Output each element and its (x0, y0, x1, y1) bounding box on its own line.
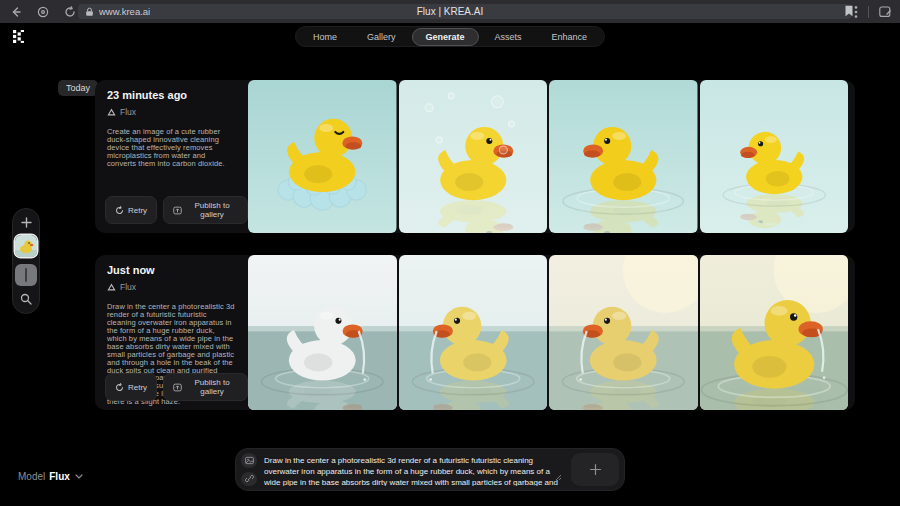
tab-home[interactable]: Home (299, 28, 351, 46)
publish-button[interactable]: Publish to gallery (163, 373, 248, 401)
add-icon[interactable] (21, 217, 32, 228)
publish-icon (173, 383, 182, 392)
prompt-input[interactable]: Draw in the center a photorealistic 3d r… (264, 453, 564, 486)
resize-handle-icon[interactable] (555, 467, 562, 485)
generation-thumbnail[interactable] (15, 264, 37, 286)
retry-button[interactable]: Retry (105, 373, 157, 401)
back-icon[interactable] (10, 6, 22, 18)
tab-gallery[interactable]: Gallery (353, 28, 410, 46)
publish-label: Publish to gallery (186, 201, 238, 219)
left-toolbar (12, 208, 40, 314)
model-selector[interactable]: Model Flux (18, 471, 83, 482)
browser-window: www.krea.ai Flux | KREA.AI Home Gallery … (0, 0, 900, 506)
search-icon[interactable] (20, 293, 32, 305)
browser-chrome: www.krea.ai Flux | KREA.AI (0, 0, 900, 23)
generation-card: Just now Flux Draw in the center a photo… (95, 255, 855, 410)
generated-image[interactable] (549, 80, 698, 233)
prompt-attachments (241, 453, 257, 486)
retry-label: Retry (128, 206, 147, 215)
generation-info: 23 minutes ago Flux Create an image of a… (95, 80, 248, 233)
browser-nav-buttons (10, 0, 76, 23)
reload-icon[interactable] (64, 6, 76, 18)
date-group-label: Today (58, 80, 98, 96)
generated-image[interactable] (399, 255, 548, 410)
profile-icon[interactable] (37, 6, 49, 18)
generated-image[interactable] (248, 80, 397, 233)
generation-info: Just now Flux Draw in the center a photo… (95, 255, 248, 410)
generated-image[interactable] (399, 80, 548, 233)
bookmark-icon[interactable] (844, 5, 854, 17)
image-grid (248, 80, 848, 233)
browser-actions (854, 0, 892, 23)
url-text: www.krea.ai (99, 4, 150, 19)
tab-assets[interactable]: Assets (481, 28, 536, 46)
thumbnail-divider (25, 268, 27, 282)
generation-actions: Retry Publish to gallery (105, 196, 248, 224)
link-icon[interactable] (241, 472, 257, 487)
model-badge: Flux (107, 282, 236, 292)
address-bar[interactable]: www.krea.ai (78, 4, 852, 19)
publish-label: Publish to gallery (186, 378, 238, 396)
publish-button[interactable]: Publish to gallery (163, 196, 248, 224)
model-name: Flux (120, 107, 136, 117)
flux-model-icon (107, 108, 116, 116)
generation-actions: Retry Publish to gallery (105, 373, 248, 401)
retry-icon (115, 206, 124, 215)
chevron-down-icon (75, 474, 83, 479)
model-name: Flux (120, 282, 136, 292)
generation-card: 23 minutes ago Flux Create an image of a… (95, 80, 855, 233)
retry-button[interactable]: Retry (105, 196, 157, 224)
publish-icon (173, 206, 182, 215)
model-badge: Flux (107, 107, 236, 117)
generated-image[interactable] (700, 255, 849, 410)
generated-image[interactable] (700, 80, 849, 233)
generation-timestamp: Just now (107, 264, 236, 276)
image-grid (248, 255, 848, 410)
image-attach-icon[interactable] (241, 453, 257, 468)
retry-label: Retry (128, 383, 147, 392)
krea-logo[interactable] (13, 29, 24, 47)
generated-image[interactable] (549, 255, 698, 410)
main-nav: Home Gallery Generate Assets Enhance (295, 26, 605, 47)
krea-app: Home Gallery Generate Assets Enhance Tod… (0, 23, 900, 506)
generated-image[interactable] (248, 255, 397, 410)
retry-icon (115, 383, 124, 392)
generation-thumbnail-selected[interactable] (15, 235, 37, 257)
tab-generate[interactable]: Generate (411, 28, 478, 46)
lock-icon (85, 7, 94, 17)
generation-prompt: Create an image of a cute rubber duck-sh… (107, 128, 236, 168)
browser-sidebar-icon[interactable] (879, 6, 892, 18)
model-selector-value: Flux (49, 471, 70, 482)
toolbar-divider (868, 6, 869, 18)
tab-enhance[interactable]: Enhance (538, 28, 602, 46)
model-selector-label: Model (18, 471, 45, 482)
add-button[interactable] (571, 453, 619, 486)
generation-timestamp: 23 minutes ago (107, 89, 236, 101)
flux-model-icon (107, 283, 116, 291)
more-menu-icon[interactable] (854, 5, 858, 19)
prompt-bar: Draw in the center a photorealistic 3d r… (235, 448, 625, 491)
